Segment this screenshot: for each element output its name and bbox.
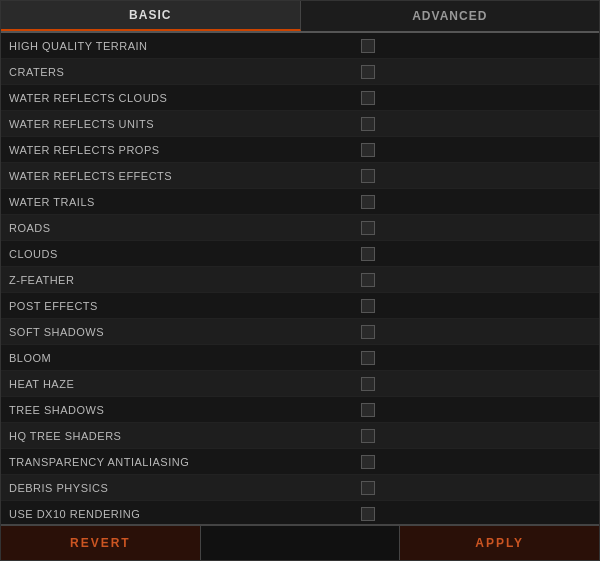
setting-label: TRANSPARENCY ANTIALIASING bbox=[9, 456, 351, 468]
setting-checkbox-area bbox=[351, 507, 591, 521]
table-row: POST EFFECTS bbox=[1, 293, 599, 319]
table-row: WATER REFLECTS PROPS bbox=[1, 137, 599, 163]
table-row: TRANSPARENCY ANTIALIASING bbox=[1, 449, 599, 475]
checkbox-post-effects[interactable] bbox=[361, 299, 375, 313]
setting-checkbox-area bbox=[351, 481, 591, 495]
setting-checkbox-area bbox=[351, 377, 591, 391]
revert-button[interactable]: REVERT bbox=[1, 526, 201, 560]
checkbox-water-reflects-units[interactable] bbox=[361, 117, 375, 131]
table-row: USE DX10 RENDERING bbox=[1, 501, 599, 524]
table-row: HQ TREE SHADERS bbox=[1, 423, 599, 449]
setting-checkbox-area bbox=[351, 91, 591, 105]
tab-advanced[interactable]: ADVANCED bbox=[301, 1, 600, 31]
table-row: ROADS bbox=[1, 215, 599, 241]
setting-label: WATER REFLECTS UNITS bbox=[9, 118, 351, 130]
checkbox-water-reflects-clouds[interactable] bbox=[361, 91, 375, 105]
checkbox-tree-shadows[interactable] bbox=[361, 403, 375, 417]
checkbox-heat-haze[interactable] bbox=[361, 377, 375, 391]
setting-label: WATER REFLECTS CLOUDS bbox=[9, 92, 351, 104]
setting-label: TREE SHADOWS bbox=[9, 404, 351, 416]
table-row: HIGH QUALITY TERRAIN bbox=[1, 33, 599, 59]
setting-label: POST EFFECTS bbox=[9, 300, 351, 312]
setting-label: BLOOM bbox=[9, 352, 351, 364]
setting-label: CRATERS bbox=[9, 66, 351, 78]
setting-checkbox-area bbox=[351, 455, 591, 469]
table-row: WATER REFLECTS EFFECTS bbox=[1, 163, 599, 189]
tab-bar: BASIC ADVANCED bbox=[1, 1, 599, 33]
checkbox-hq-tree-shaders[interactable] bbox=[361, 429, 375, 443]
table-row: CLOUDS bbox=[1, 241, 599, 267]
checkbox-water-reflects-effects[interactable] bbox=[361, 169, 375, 183]
footer: REVERT APPLY bbox=[1, 524, 599, 560]
setting-label: Z-FEATHER bbox=[9, 274, 351, 286]
setting-label: CLOUDS bbox=[9, 248, 351, 260]
setting-label: WATER TRAILS bbox=[9, 196, 351, 208]
checkbox-z-feather[interactable] bbox=[361, 273, 375, 287]
setting-label: ROADS bbox=[9, 222, 351, 234]
table-row: DEBRIS PHYSICS bbox=[1, 475, 599, 501]
settings-window: BASIC ADVANCED HIGH QUALITY TERRAINCRATE… bbox=[0, 0, 600, 561]
checkbox-transparency-antialiasing[interactable] bbox=[361, 455, 375, 469]
setting-checkbox-area bbox=[351, 247, 591, 261]
setting-checkbox-area bbox=[351, 169, 591, 183]
table-row: HEAT HAZE bbox=[1, 371, 599, 397]
setting-checkbox-area bbox=[351, 273, 591, 287]
setting-label: WATER REFLECTS PROPS bbox=[9, 144, 351, 156]
checkbox-water-trails[interactable] bbox=[361, 195, 375, 209]
checkbox-high-quality-terrain[interactable] bbox=[361, 39, 375, 53]
checkbox-clouds[interactable] bbox=[361, 247, 375, 261]
setting-checkbox-area bbox=[351, 299, 591, 313]
setting-checkbox-area bbox=[351, 351, 591, 365]
setting-label: WATER REFLECTS EFFECTS bbox=[9, 170, 351, 182]
table-row: CRATERS bbox=[1, 59, 599, 85]
checkbox-soft-shadows[interactable] bbox=[361, 325, 375, 339]
setting-checkbox-area bbox=[351, 117, 591, 131]
table-row: Z-FEATHER bbox=[1, 267, 599, 293]
content-area: HIGH QUALITY TERRAINCRATERSWATER REFLECT… bbox=[1, 33, 599, 524]
setting-label: SOFT SHADOWS bbox=[9, 326, 351, 338]
setting-checkbox-area bbox=[351, 221, 591, 235]
table-row: WATER REFLECTS CLOUDS bbox=[1, 85, 599, 111]
setting-checkbox-area bbox=[351, 39, 591, 53]
setting-checkbox-area bbox=[351, 143, 591, 157]
checkbox-craters[interactable] bbox=[361, 65, 375, 79]
setting-checkbox-area bbox=[351, 429, 591, 443]
apply-button[interactable]: APPLY bbox=[400, 526, 599, 560]
setting-label: HEAT HAZE bbox=[9, 378, 351, 390]
setting-checkbox-area bbox=[351, 403, 591, 417]
setting-checkbox-area bbox=[351, 325, 591, 339]
checkbox-roads[interactable] bbox=[361, 221, 375, 235]
setting-checkbox-area bbox=[351, 195, 591, 209]
setting-checkbox-area bbox=[351, 65, 591, 79]
footer-spacer bbox=[201, 526, 401, 560]
setting-label: HIGH QUALITY TERRAIN bbox=[9, 40, 351, 52]
checkbox-debris-physics[interactable] bbox=[361, 481, 375, 495]
tab-basic[interactable]: BASIC bbox=[1, 1, 301, 31]
checkbox-use-dx10-rendering[interactable] bbox=[361, 507, 375, 521]
settings-list[interactable]: HIGH QUALITY TERRAINCRATERSWATER REFLECT… bbox=[1, 33, 599, 524]
table-row: WATER TRAILS bbox=[1, 189, 599, 215]
table-row: BLOOM bbox=[1, 345, 599, 371]
table-row: TREE SHADOWS bbox=[1, 397, 599, 423]
table-row: WATER REFLECTS UNITS bbox=[1, 111, 599, 137]
table-row: SOFT SHADOWS bbox=[1, 319, 599, 345]
checkbox-water-reflects-props[interactable] bbox=[361, 143, 375, 157]
setting-label: DEBRIS PHYSICS bbox=[9, 482, 351, 494]
setting-label: USE DX10 RENDERING bbox=[9, 508, 351, 520]
setting-label: HQ TREE SHADERS bbox=[9, 430, 351, 442]
checkbox-bloom[interactable] bbox=[361, 351, 375, 365]
